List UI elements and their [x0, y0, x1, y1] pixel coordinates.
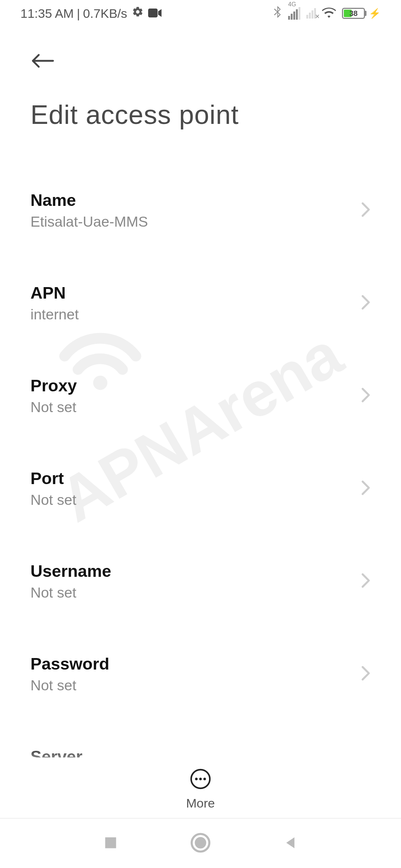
chevron-right-icon — [361, 295, 371, 312]
svg-rect-1 — [148, 9, 158, 17]
nav-home-button[interactable] — [190, 832, 211, 855]
status-throughput: 0.7KB/s — [83, 6, 127, 21]
row-value: Not set — [30, 399, 77, 415]
navigation-bar — [0, 818, 401, 868]
row-password[interactable]: Password Not set — [30, 638, 371, 710]
camera-icon — [148, 6, 162, 21]
signal-4g-icon: 4G — [288, 7, 300, 20]
row-name[interactable]: Name Etisalat-Uae-MMS — [30, 174, 371, 246]
status-divider: | — [77, 6, 80, 21]
row-port[interactable]: Port Not set — [30, 453, 371, 525]
battery-icon: 38 ⚡ — [342, 8, 381, 19]
chevron-right-icon — [361, 480, 371, 497]
nav-back-button[interactable] — [282, 835, 299, 852]
row-value: Not set — [30, 677, 110, 694]
row-label: Password — [30, 654, 110, 674]
svg-point-8 — [195, 837, 206, 848]
row-value: internet — [30, 306, 79, 323]
gear-icon — [132, 6, 144, 21]
chevron-right-icon — [361, 387, 371, 404]
row-apn[interactable]: APN internet — [30, 267, 371, 339]
more-button[interactable]: More — [0, 757, 401, 811]
signal-nosim-icon: ✕ — [306, 8, 316, 19]
row-label: Proxy — [30, 376, 77, 395]
row-label: Name — [30, 191, 148, 210]
status-time: 11:35 AM — [20, 6, 74, 21]
row-value: Not set — [30, 492, 76, 508]
row-proxy[interactable]: Proxy Not set — [30, 360, 371, 432]
wifi-icon — [322, 7, 336, 20]
more-icon — [190, 769, 211, 791]
back-button[interactable] — [30, 49, 54, 73]
more-label: More — [186, 796, 215, 811]
chevron-right-icon — [361, 202, 371, 219]
status-bar: 11:35 AM | 0.7KB/s 4G ✕ — [0, 0, 401, 27]
nav-recents-button[interactable] — [102, 835, 119, 852]
row-label: Port — [30, 469, 76, 488]
row-label: Username — [30, 562, 111, 581]
row-username[interactable]: Username Not set — [30, 545, 371, 617]
row-label: APN — [30, 283, 79, 303]
svg-point-5 — [203, 778, 206, 780]
svg-point-3 — [195, 778, 198, 780]
row-value: Not set — [30, 585, 111, 601]
chevron-right-icon — [361, 573, 371, 590]
row-value: Etisalat-Uae-MMS — [30, 214, 148, 230]
svg-point-4 — [199, 778, 202, 780]
chevron-right-icon — [361, 665, 371, 683]
svg-rect-6 — [105, 837, 116, 848]
bluetooth-icon — [273, 6, 282, 21]
page-title: Edit access point — [30, 99, 371, 130]
